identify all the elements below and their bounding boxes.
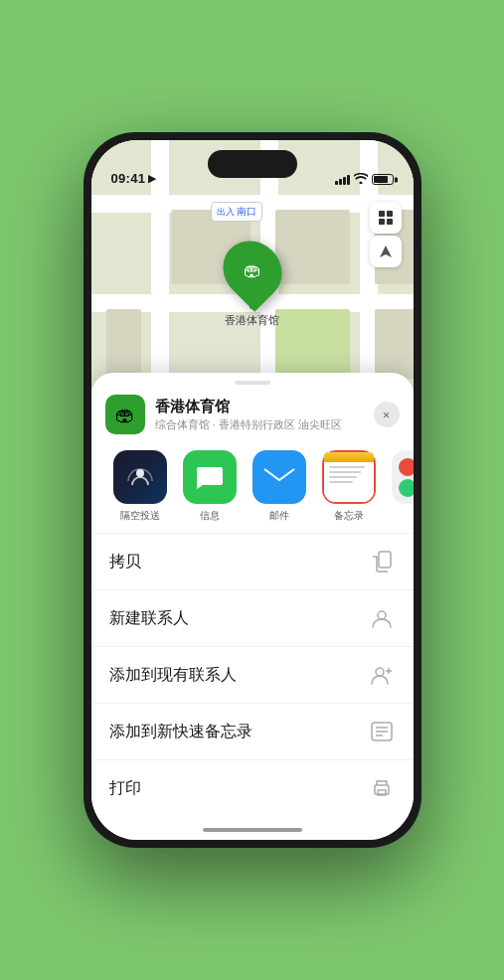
svg-rect-17	[378, 790, 386, 795]
map-controls[interactable]	[370, 202, 402, 267]
share-item-mail[interactable]: 邮件	[245, 450, 314, 523]
place-icon: 🏟	[105, 395, 145, 434]
svg-marker-4	[380, 245, 392, 257]
status-icons	[335, 173, 394, 186]
svg-point-5	[136, 469, 144, 477]
place-header: 🏟 香港体育馆 综合体育馆 · 香港特别行政区 油尖旺区 ×	[91, 385, 414, 444]
svg-rect-3	[387, 219, 393, 225]
action-copy-label: 拷贝	[109, 552, 141, 572]
place-subtitle: 综合体育馆 · 香港特别行政区 油尖旺区	[155, 417, 364, 432]
map-pin: 🏟 香港体育馆	[225, 240, 280, 328]
more-icon	[392, 450, 414, 504]
svg-rect-6	[264, 466, 294, 488]
new-contact-icon	[368, 604, 396, 632]
location-arrow-icon: ▶	[148, 172, 156, 185]
svg-rect-1	[387, 211, 393, 217]
dynamic-island	[208, 150, 297, 178]
messages-label: 信息	[200, 509, 220, 523]
map-pin-label: 香港体育馆	[225, 313, 279, 328]
action-print[interactable]: 打印	[91, 759, 414, 816]
action-new-contact[interactable]: 新建联系人	[91, 589, 414, 646]
location-button[interactable]	[370, 236, 402, 267]
share-item-airdrop[interactable]: 隔空投送	[105, 450, 175, 523]
bottom-sheet: 🏟 香港体育馆 综合体育馆 · 香港特别行政区 油尖旺区 ×	[91, 373, 414, 840]
share-item-messages[interactable]: 信息	[175, 450, 245, 523]
place-info: 香港体育馆 综合体育馆 · 香港特别行政区 油尖旺区	[155, 398, 364, 432]
map-pin-inner: 🏟	[233, 250, 272, 290]
status-time: 09:41	[111, 171, 146, 186]
phone-screen: 09:41 ▶	[91, 140, 414, 840]
svg-point-8	[378, 611, 386, 619]
signal-bars-icon	[335, 175, 350, 185]
more-dots-grid	[397, 456, 414, 499]
action-copy[interactable]: 拷贝	[91, 533, 414, 589]
mail-label: 邮件	[269, 509, 289, 523]
map-entrance-label: 出入 南口	[211, 202, 263, 222]
print-icon	[368, 774, 396, 802]
copy-icon	[368, 548, 396, 575]
share-item-notes[interactable]: 备忘录	[314, 450, 384, 523]
mail-icon	[252, 450, 306, 504]
svg-rect-7	[379, 552, 391, 568]
action-new-contact-label: 新建联系人	[109, 608, 189, 629]
home-indicator	[203, 828, 302, 832]
action-quick-note-label: 添加到新快速备忘录	[109, 722, 252, 742]
notes-icon	[322, 450, 376, 504]
action-add-contact-label: 添加到现有联系人	[109, 665, 237, 686]
svg-rect-2	[379, 219, 385, 225]
add-contact-icon	[368, 661, 396, 689]
messages-icon	[183, 450, 237, 504]
wifi-icon	[354, 173, 368, 186]
battery-icon	[372, 174, 394, 185]
close-button[interactable]: ×	[374, 402, 400, 427]
place-name: 香港体育馆	[155, 398, 364, 416]
action-quick-note[interactable]: 添加到新快速备忘录	[91, 703, 414, 759]
action-add-contact[interactable]: 添加到现有联系人	[91, 646, 414, 703]
notes-label: 备忘录	[334, 509, 364, 523]
airdrop-icon	[113, 450, 167, 504]
airdrop-label: 隔空投送	[120, 509, 160, 523]
notes-icon-content	[324, 452, 374, 502]
action-print-label: 打印	[109, 778, 141, 799]
quick-note-icon	[368, 718, 396, 745]
map-layers-button[interactable]	[370, 202, 402, 234]
share-item-more[interactable]: 提	[384, 450, 414, 523]
share-row: 隔空投送 信息	[91, 444, 414, 533]
svg-rect-0	[379, 211, 385, 217]
phone-frame: 09:41 ▶	[84, 132, 421, 848]
svg-point-9	[376, 668, 384, 676]
